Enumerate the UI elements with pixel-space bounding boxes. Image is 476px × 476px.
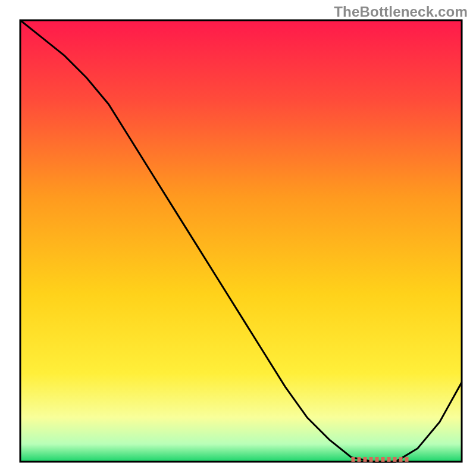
plot-area [20,20,462,462]
bottleneck-chart [0,0,476,476]
